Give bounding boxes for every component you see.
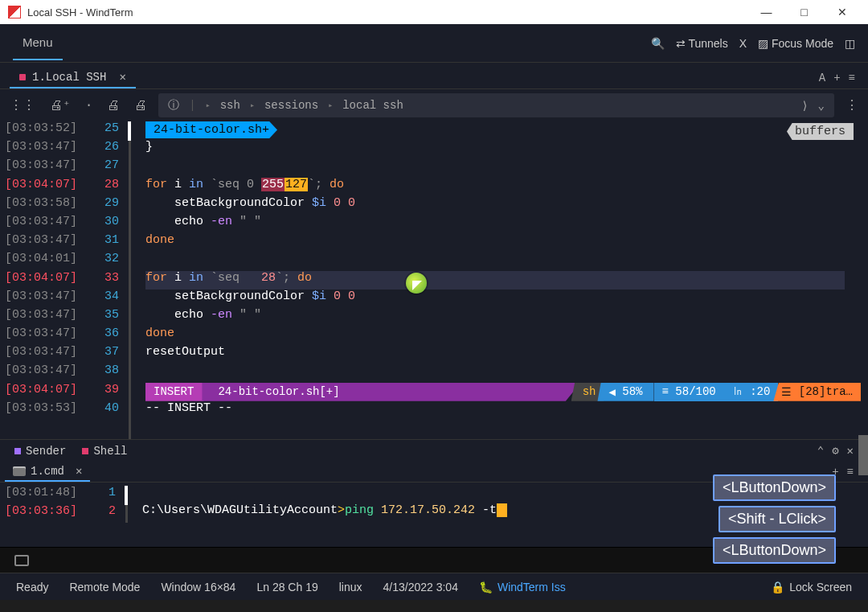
close-panel-icon[interactable]: ✕ (847, 444, 854, 458)
minimize-button[interactable]: — (748, 0, 784, 24)
panel-icon[interactable]: ◫ (845, 37, 855, 50)
kebab-menu-icon[interactable]: ⋮ (842, 96, 862, 115)
tunnels-button[interactable]: ⇄ Tunnels (676, 37, 728, 50)
status-position: Ln 28 Ch 19 (256, 581, 317, 594)
app-logo-icon (8, 6, 21, 18)
code-area[interactable]: buffers 24-bit-color.sh+ } for i in `seq… (145, 121, 868, 439)
tab-close-button[interactable]: ✕ (119, 70, 125, 84)
breadcrumb[interactable]: ⓘ | ▸ ssh ▸ sessions ▸ local ssh ⟩ ⌄ (158, 93, 834, 117)
chevron-down-icon[interactable]: ⌄ (818, 99, 825, 113)
ratio-segment: ≡ 58/100 (654, 383, 724, 401)
dup-session-icon[interactable]: 🖨 (104, 97, 123, 115)
vim-status-line: INSERT 24-bit-color.sh[+] sh ◀ 58% ≡ 58/… (145, 383, 868, 401)
session-tab-strip: 1.Local SSH ✕ A + ≡ (0, 67, 868, 89)
tab-label: 1.Local SSH (32, 71, 106, 84)
key-overlay: <LButtonDown> <Shift - LClick> <LButtonD… (713, 474, 836, 564)
file-segment: 24-bit-color.sh[+] (202, 383, 580, 401)
file-pill: 24-bit-color.sh+ (145, 121, 277, 138)
status-remote[interactable]: Remote Mode (69, 581, 140, 594)
status-ready: Ready (16, 581, 48, 594)
search-icon[interactable]: 🔍 (651, 37, 665, 50)
breadcrumb-local[interactable]: local ssh (342, 99, 403, 112)
drag-handle-icon[interactable]: ⋮⋮ (6, 96, 39, 115)
new-session-icon[interactable]: 🖨⁺ (47, 96, 74, 115)
bottom-panel-tabs: Sender Shell ⌃ ⚙ ✕ (0, 439, 868, 462)
close-window-button[interactable]: ✕ (824, 0, 860, 24)
add-tab-button[interactable]: + (833, 72, 840, 84)
line-number-gutter: 252627 282930 313233 343536 373839 40 (87, 121, 129, 439)
window-icon[interactable] (14, 555, 29, 566)
timestamp-gutter: [03:03:52][03:03:47][03:03:47] [03:04:07… (0, 121, 87, 439)
chevron-right-icon: ▸ (250, 101, 255, 110)
shell-menu-button[interactable]: ≡ (847, 466, 854, 479)
status-link[interactable]: 🐛 WindTerm Iss (479, 581, 566, 594)
status-os: linux (339, 581, 362, 594)
tab-local-ssh[interactable]: 1.Local SSH ✕ (10, 67, 136, 88)
shell-tab-close[interactable]: ✕ (76, 464, 82, 478)
window-title-bar: Local SSH - WindTerm — □ ✕ (0, 0, 868, 24)
panel-sender[interactable]: Sender (14, 445, 66, 458)
buffers-pill[interactable]: buffers (787, 123, 854, 140)
gear-icon[interactable]: ⚙ (832, 444, 838, 458)
status-bar: Ready Remote Mode Window 16×84 Ln 28 Ch … (0, 573, 868, 600)
info-icon[interactable]: ⓘ (168, 98, 179, 113)
maximize-button[interactable]: □ (786, 0, 822, 24)
diff-added: 127 (285, 178, 308, 191)
status-window: Window 16×84 (161, 581, 235, 594)
go-button[interactable]: ⟩ (801, 99, 808, 113)
font-button[interactable]: A (819, 72, 825, 84)
menu-bar: Menu 🔍 ⇄ Tunnels X ▨ Focus Mode ◫ (0, 24, 868, 63)
tab-modified-icon (19, 74, 26, 80)
diff-removed: 255 (261, 178, 285, 191)
focus-mode-button[interactable]: ▨ Focus Mode (758, 37, 833, 50)
chevron-right-icon: ▸ (206, 101, 211, 110)
mouse-cursor-icon (406, 273, 427, 294)
key-chip: <LButtonDown> (713, 474, 836, 501)
dot-icon: · (82, 97, 96, 114)
window-title: Local SSH - WindTerm (27, 6, 748, 18)
editor-pane: [03:03:52][03:03:47][03:03:47] [03:04:07… (0, 121, 868, 439)
shell-tab-cmd[interactable]: 1.cmd ✕ (5, 462, 90, 482)
chevron-right-icon: ▸ (328, 101, 333, 110)
cursor (497, 503, 507, 517)
breadcrumb-sessions[interactable]: sessions (264, 99, 318, 112)
collapse-icon[interactable]: ⌃ (817, 444, 824, 458)
trail-segment: ☰ [28]tra… (773, 383, 861, 401)
col-segment: ㏑ :20 (724, 383, 779, 401)
status-date: 4/13/2022 3:04 (383, 581, 458, 594)
lock-screen-button[interactable]: 🔒Lock Screen (771, 581, 852, 594)
percent-segment: ◀ 58% (597, 383, 653, 401)
toolbar: ⋮⋮ 🖨⁺ · 🖨 🖨 ⓘ | ▸ ssh ▸ sessions ▸ local… (0, 89, 868, 121)
cmd-icon (13, 466, 26, 476)
x-button[interactable]: X (739, 37, 747, 50)
scrollbar-thumb[interactable] (858, 435, 868, 475)
dup2-session-icon[interactable]: 🖨 (131, 97, 150, 115)
key-chip: <LButtonDown> (713, 537, 836, 564)
key-chip: <Shift - LClick> (719, 506, 836, 532)
menu-button[interactable]: Menu (13, 26, 63, 60)
tab-menu-button[interactable]: ≡ (849, 72, 855, 84)
fold-gutter (129, 121, 131, 439)
mode-segment: INSERT (145, 383, 208, 401)
breadcrumb-ssh[interactable]: ssh (220, 99, 240, 112)
panel-shell[interactable]: Shell (82, 445, 127, 458)
